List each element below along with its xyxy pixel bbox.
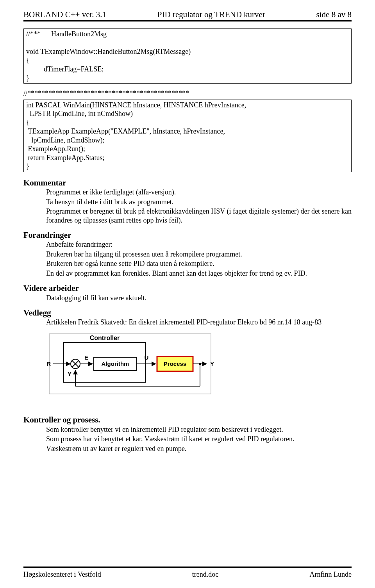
vedlegg-p1: Artikkelen Fredrik Skatvedt: En diskret … bbox=[46, 318, 352, 327]
section-videre-body: Datalogging til fil kan være aktuelt. bbox=[46, 294, 352, 303]
controller-diagram: Controller R E Algorithm U Process Y bbox=[46, 331, 352, 399]
code-separator-line: //**************************************… bbox=[23, 89, 352, 98]
section-vedlegg-title: Vedlegg bbox=[23, 308, 352, 318]
kommentar-p2: Ta hensyn til dette i ditt bruk av progr… bbox=[46, 198, 352, 207]
footer-left: Høgskolesenteret i Vestfold bbox=[23, 570, 101, 579]
section-vedlegg-body: Artikkelen Fredrik Skatvedt: En diskret … bbox=[46, 318, 352, 327]
kontroller-p3: Væskestrøm ut av karet er regulert ved e… bbox=[46, 444, 352, 453]
code-block-1: //*** HandleButton2Msg void TExampleWind… bbox=[23, 29, 352, 84]
diagram-label-u: U bbox=[145, 354, 149, 361]
section-kontroller-title: Kontroller og prosess. bbox=[23, 415, 352, 425]
page-header: BORLAND C++ ver. 3.1 PID regulator og TR… bbox=[23, 9, 352, 20]
page-footer: Høgskolesenteret i Vestfold trend.doc Ar… bbox=[23, 567, 352, 579]
kommentar-p3: Programmet er beregnet til bruk på elekt… bbox=[46, 207, 352, 225]
forandringer-p1: Anbefalte forandringer: bbox=[46, 240, 352, 249]
footer-rule bbox=[23, 567, 352, 569]
diagram-title: Controller bbox=[90, 335, 120, 341]
section-kontroller-body: Som kontroller benytter vi en inkremente… bbox=[46, 425, 352, 453]
section-kommentar-body: Programmet er ikke ferdiglaget (alfa-ver… bbox=[46, 188, 352, 225]
kontroller-p2: Som prosess har vi benyttet et kar. Væsk… bbox=[46, 435, 352, 444]
section-forandringer-title: Forandringer bbox=[23, 230, 352, 240]
forandringer-p2: Brukeren bør ha tilgang til prosessen ut… bbox=[46, 250, 352, 259]
diagram-algorithm-label: Algorithm bbox=[102, 360, 129, 367]
diagram-label-e: E bbox=[84, 354, 88, 361]
header-rule bbox=[23, 20, 352, 23]
diagram-label-r: R bbox=[46, 360, 51, 367]
diagram-process-label: Process bbox=[164, 360, 186, 367]
forandringer-p4: En del av programmet kan forenkles. Blan… bbox=[46, 269, 352, 278]
kontroller-p1: Som kontroller benytter vi en inkremente… bbox=[46, 425, 352, 434]
code-block-2: int PASCAL WinMain(HINSTANCE hInstance, … bbox=[23, 100, 352, 172]
footer-right: Arnfinn Lunde bbox=[310, 570, 352, 579]
forandringer-p3: Brukeren bør også kunne sette PID data u… bbox=[46, 259, 352, 268]
header-right: side 8 av 8 bbox=[316, 9, 352, 20]
section-kommentar-title: Kommentar bbox=[23, 178, 352, 188]
kommentar-p1: Programmet er ikke ferdiglaget (alfa-ver… bbox=[46, 188, 352, 197]
header-center: PID regulator og TREND kurver bbox=[157, 9, 265, 20]
footer-center: trend.doc bbox=[192, 570, 218, 579]
diagram-label-y: Y bbox=[210, 360, 214, 367]
diagram-label-yfb: Y bbox=[68, 371, 71, 377]
section-forandringer-body: Anbefalte forandringer: Brukeren bør ha … bbox=[46, 240, 352, 278]
section-videre-title: Videre arbeider bbox=[23, 283, 352, 293]
videre-p1: Datalogging til fil kan være aktuelt. bbox=[46, 294, 352, 303]
header-left: BORLAND C++ ver. 3.1 bbox=[23, 9, 106, 20]
